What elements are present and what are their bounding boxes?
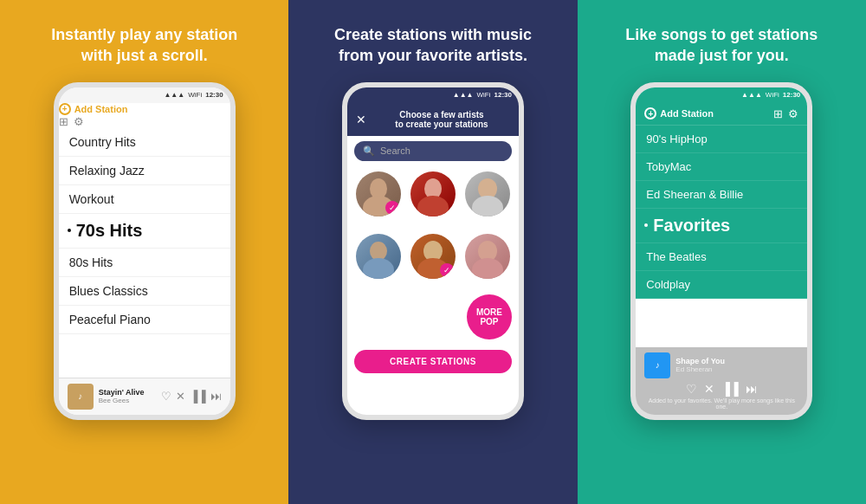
np-thumb-3: ♪ bbox=[644, 352, 670, 378]
status-bar-1: ▲▲▲ WiFi 12:30 bbox=[59, 87, 230, 103]
now-playing-info-1: Stayin' Alive Bee Gees bbox=[99, 388, 157, 404]
add-station-label-1: Add Station bbox=[74, 104, 128, 114]
svg-point-7 bbox=[363, 258, 394, 279]
time-3: 12:30 bbox=[783, 91, 800, 99]
station-teal-0[interactable]: 90's HipHop bbox=[636, 126, 807, 153]
now-playing-bar-1: ♪ Stayin' Alive Bee Gees ♡ ✕ ▐▐ ⏭ bbox=[59, 378, 230, 415]
header-icons-3: ⊞ ⚙ bbox=[773, 107, 798, 120]
artist-name-adele: Adele bbox=[479, 219, 496, 227]
artist-cell-billie[interactable]: Billie Eilish bbox=[409, 234, 456, 289]
panel-3-headline: Like songs to get stations made just for… bbox=[617, 24, 825, 67]
artist-cell-john[interactable]: John Mayer bbox=[354, 234, 402, 289]
skip-icon-3[interactable]: ⏭ bbox=[746, 382, 758, 396]
status-bar-2: ▲▲▲ WiFi 12:30 bbox=[347, 87, 519, 103]
artist-avatar-adele bbox=[465, 171, 510, 216]
now-playing-thumb-1: ♪ bbox=[68, 384, 94, 410]
dislike-icon-1[interactable]: ✕ bbox=[176, 390, 185, 403]
svg-point-1 bbox=[363, 196, 394, 216]
grid-icon-3[interactable]: ⊞ bbox=[773, 107, 783, 120]
artist-name-camila: Camila Cabello bbox=[464, 281, 511, 289]
artist-avatar-more: MOREPOP bbox=[467, 294, 512, 339]
np-controls-3: ♡ ✕ ▐▐ ⏭ bbox=[644, 382, 798, 396]
station-list-1: Country Hits Relaxing Jazz Workout 70s H… bbox=[59, 128, 230, 334]
artist-cell-ed[interactable]: Ed Sheeran bbox=[354, 171, 402, 227]
add-station-btn-1[interactable]: + Add Station bbox=[59, 103, 230, 115]
artist-name-john: John Mayer bbox=[360, 281, 397, 289]
play-pause-icon-3[interactable]: ▐▐ bbox=[721, 382, 739, 396]
now-playing-controls-1: ♡ ✕ ▐▐ ⏭ bbox=[161, 390, 221, 403]
phone-2: ▲▲▲ WiFi 12:30 ✕ Choose a few artiststo … bbox=[342, 82, 524, 420]
add-station-btn-3[interactable]: + Add Station bbox=[644, 107, 714, 120]
svg-point-6 bbox=[370, 242, 387, 261]
settings-icon-1[interactable]: ⚙ bbox=[74, 115, 84, 128]
station-teal-1[interactable]: TobyMac bbox=[636, 153, 807, 181]
plus-circle-1: + bbox=[59, 103, 71, 115]
panel-scroll: Instantly play any station with just a s… bbox=[0, 0, 288, 504]
svg-point-9 bbox=[417, 258, 449, 279]
signal-icon-1: ▲▲▲ bbox=[164, 91, 184, 99]
play-pause-icon-1[interactable]: ▐▐ bbox=[190, 390, 205, 403]
artist-name-ed: Ed Sheeran bbox=[360, 219, 397, 227]
svg-point-5 bbox=[472, 196, 503, 216]
artist-cell-sam[interactable]: Sam Smith bbox=[409, 171, 456, 227]
artist-name-billie: Billie Eilish bbox=[415, 281, 452, 289]
now-playing-title-1: Stayin' Alive bbox=[99, 388, 157, 397]
artist-cell-adele[interactable]: Adele bbox=[464, 171, 512, 227]
now-playing-artist-1: Bee Gees bbox=[99, 397, 157, 404]
search-placeholder: Search bbox=[380, 145, 410, 156]
settings-icon-3[interactable]: ⚙ bbox=[788, 107, 798, 120]
skip-icon-1[interactable]: ⏭ bbox=[210, 390, 222, 403]
like-icon-3[interactable]: ♡ bbox=[686, 382, 697, 396]
artist-cell-more[interactable]: MOREPOP bbox=[467, 294, 512, 339]
signal-icon-3: ▲▲▲ bbox=[741, 91, 762, 99]
panel-create: Create stations with music from your fav… bbox=[288, 0, 577, 504]
station-item-active[interactable]: 70s Hits bbox=[59, 214, 230, 249]
create-stations-button[interactable]: CREATE STATIONS bbox=[354, 350, 512, 373]
station-item[interactable]: Relaxing Jazz bbox=[59, 157, 230, 185]
artist-avatar-john bbox=[356, 234, 401, 279]
phone-1-header: + Add Station ⊞ ⚙ bbox=[59, 103, 230, 128]
artist-avatar-ed bbox=[356, 171, 401, 216]
artist-select-heading: Choose a few artiststo create your stati… bbox=[373, 110, 510, 129]
plus-circle-3: + bbox=[644, 107, 656, 120]
artist-name-sam: Sam Smith bbox=[416, 219, 449, 227]
artist-cell-camila[interactable]: Camila Cabello bbox=[464, 234, 512, 289]
svg-point-11 bbox=[472, 258, 503, 279]
np-artist-3: Ed Sheeran bbox=[675, 365, 798, 373]
station-item[interactable]: 80s Hits bbox=[59, 249, 230, 277]
station-teal-5[interactable]: Coldplay bbox=[636, 271, 807, 299]
svg-point-3 bbox=[417, 196, 449, 216]
station-item[interactable]: Workout bbox=[59, 185, 230, 214]
station-item[interactable]: Country Hits bbox=[59, 128, 230, 157]
station-item[interactable]: Peaceful Piano bbox=[59, 306, 230, 334]
station-teal-4[interactable]: The Beatles bbox=[636, 243, 807, 271]
time-1: 12:30 bbox=[205, 91, 223, 99]
np-message: Added to your favorites. We'll play more… bbox=[644, 397, 798, 410]
signal-icon-2: ▲▲▲ bbox=[453, 91, 474, 99]
close-icon[interactable]: ✕ bbox=[356, 113, 366, 126]
wifi-icon-1: WiFi bbox=[188, 91, 202, 99]
dislike-icon-3[interactable]: ✕ bbox=[704, 382, 714, 396]
phone-3: ▲▲▲ WiFi 12:30 + Add Station ⊞ ⚙ 90's Hi… bbox=[630, 82, 812, 420]
header-icons-1: ⊞ ⚙ bbox=[59, 115, 230, 128]
wifi-icon-2: WiFi bbox=[477, 91, 491, 99]
station-teal-2[interactable]: Ed Sheeran & Billie bbox=[636, 181, 807, 209]
search-bar[interactable]: 🔍 Search bbox=[354, 141, 512, 161]
artist-grid: Ed Sheeran Sam Smith bbox=[347, 166, 519, 294]
search-icon: 🔍 bbox=[363, 145, 375, 157]
grid-icon-1[interactable]: ⊞ bbox=[59, 115, 68, 128]
phone-3-header: + Add Station ⊞ ⚙ bbox=[636, 103, 807, 126]
phone-2-header: ✕ Choose a few artiststo create your sta… bbox=[347, 103, 519, 136]
now-playing-bar-3: ♪ Shape of You Ed Sheeran ♡ ✕ ▐▐ ⏭ Added… bbox=[636, 347, 807, 415]
artist-avatar-camila bbox=[465, 234, 510, 279]
artist-avatar-billie bbox=[410, 234, 456, 279]
add-station-label-3: Add Station bbox=[660, 108, 714, 119]
time-2: 12:30 bbox=[494, 91, 512, 99]
station-teal-active[interactable]: Favorites bbox=[636, 209, 807, 243]
station-item[interactable]: Blues Classics bbox=[59, 277, 230, 306]
panel-2-headline: Create stations with music from your fav… bbox=[329, 24, 537, 67]
panel-favorites: Like songs to get stations made just for… bbox=[578, 0, 866, 504]
like-icon-1[interactable]: ♡ bbox=[161, 390, 171, 403]
phone-1: ▲▲▲ WiFi 12:30 + Add Station ⊞ ⚙ Country… bbox=[54, 82, 236, 420]
np-top: ♪ Shape of You Ed Sheeran bbox=[644, 352, 798, 378]
